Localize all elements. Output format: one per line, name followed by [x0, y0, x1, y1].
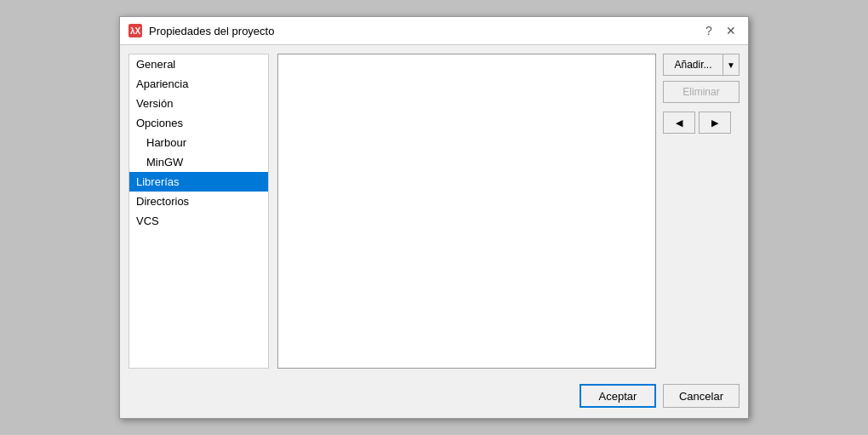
add-button[interactable]: Añadir... [663, 54, 722, 76]
sidebar-item-apariencia[interactable]: Apariencia [129, 74, 268, 94]
title-bar-left: λX Propiedades del proyecto [128, 24, 274, 37]
accept-button[interactable]: Aceptar [580, 384, 656, 408]
sidebar-item-directorios[interactable]: Directorios [129, 192, 268, 211]
sidebar-item-harbour[interactable]: Harbour [129, 133, 268, 152]
cancel-button[interactable]: Cancelar [663, 384, 740, 408]
add-button-container: Añadir... ▼ [663, 54, 740, 76]
sidebar-item-librerias[interactable]: Librerías [129, 172, 268, 192]
nav-buttons: ◀ ▶ [663, 112, 740, 134]
help-button[interactable]: ? [700, 22, 717, 39]
next-button[interactable]: ▶ [699, 112, 731, 134]
right-buttons: Añadir... ▼ Eliminar ◀ ▶ [663, 54, 740, 369]
dialog-title: Propiedades del proyecto [149, 25, 274, 37]
project-properties-dialog: λX Propiedades del proyecto ? ✕ GeneralA… [119, 16, 749, 419]
prev-button[interactable]: ◀ [663, 112, 695, 134]
libraries-list[interactable] [277, 54, 656, 369]
title-controls: ? ✕ [700, 22, 740, 39]
add-dropdown-button[interactable]: ▼ [722, 54, 740, 76]
list-and-buttons: Añadir... ▼ Eliminar ◀ ▶ [277, 54, 740, 369]
sidebar-item-general[interactable]: General [129, 54, 268, 74]
app-icon: λX [128, 24, 142, 37]
sidebar-item-mingw[interactable]: MinGW [129, 152, 268, 172]
dialog-body: GeneralAparienciaVersiónOpcionesHarbourM… [120, 45, 748, 377]
main-content: Añadir... ▼ Eliminar ◀ ▶ [277, 54, 740, 369]
close-button[interactable]: ✕ [722, 22, 740, 39]
sidebar: GeneralAparienciaVersiónOpcionesHarbourM… [128, 54, 269, 369]
dialog-footer: Aceptar Cancelar [120, 377, 748, 418]
sidebar-item-vcs[interactable]: VCS [129, 211, 268, 231]
sidebar-item-opciones[interactable]: Opciones [129, 113, 268, 133]
title-bar: λX Propiedades del proyecto ? ✕ [120, 17, 748, 45]
sidebar-item-version[interactable]: Versión [129, 94, 268, 113]
delete-button[interactable]: Eliminar [663, 81, 740, 103]
